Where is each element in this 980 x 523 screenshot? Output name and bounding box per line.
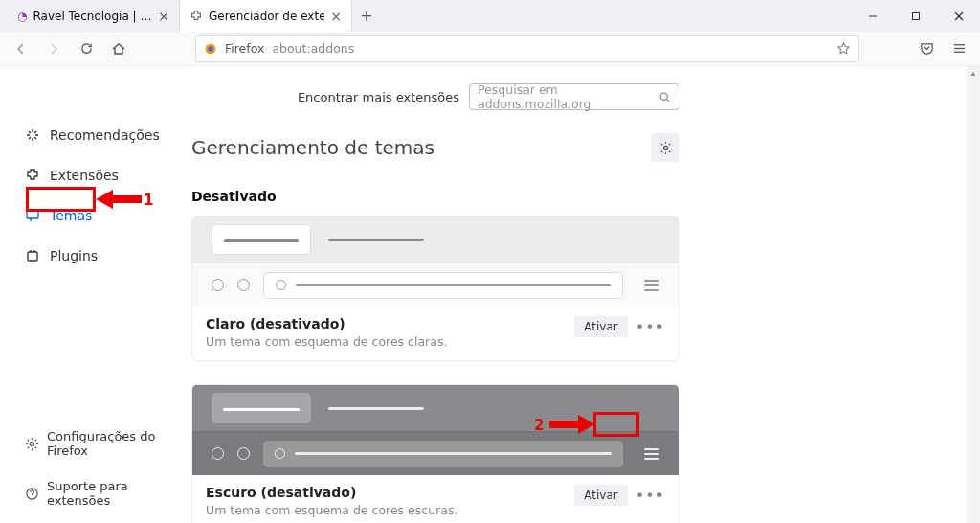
save-pocket-button[interactable] <box>913 35 940 62</box>
sidebar-item-label: Plugins <box>50 248 98 263</box>
theme-title: Escuro (desativado) <box>206 485 457 500</box>
section-disabled-heading: Desativado <box>191 189 679 204</box>
activate-button[interactable]: Ativar <box>574 485 627 506</box>
help-icon <box>25 486 39 501</box>
page-title: Gerenciamento de temas <box>191 136 434 159</box>
sidebar-item-label: Temas <box>50 208 92 223</box>
sidebar-item-recommendations[interactable]: Recomendações <box>19 124 182 147</box>
svg-point-11 <box>30 442 33 445</box>
close-icon[interactable]: × <box>330 9 342 24</box>
search-extensions-input[interactable]: Pesquisar em addons.mozilla.org <box>469 83 679 110</box>
activate-button[interactable]: Ativar <box>574 316 627 337</box>
forward-button[interactable] <box>40 35 67 62</box>
tab-title: Gerenciador de extensões <box>209 10 324 23</box>
sidebar-firefox-settings[interactable]: Configurações do Firefox <box>19 425 191 462</box>
url-text: about:addons <box>272 41 354 56</box>
plugin-icon <box>25 248 40 263</box>
scroll-up-icon[interactable]: ▴ <box>967 66 980 80</box>
close-window-button[interactable] <box>937 0 980 32</box>
tab-favicon: ◔ <box>17 10 27 23</box>
window-controls <box>851 0 980 32</box>
sidebar-item-plugins[interactable]: Plugins <box>19 244 182 267</box>
more-options-button[interactable]: ••• <box>635 318 665 336</box>
more-options-button[interactable]: ••• <box>635 487 665 505</box>
theme-preview <box>192 216 679 307</box>
bookmark-star-icon[interactable] <box>836 41 851 56</box>
back-button[interactable] <box>8 35 34 62</box>
addon-icon <box>189 10 203 23</box>
url-bar[interactable]: Firefox about:addons <box>195 35 859 62</box>
nav-toolbar: Firefox about:addons <box>0 32 980 66</box>
sidebar-item-label: Suporte para extensões <box>47 479 186 508</box>
search-icon <box>658 91 671 103</box>
app-menu-button[interactable] <box>946 35 972 62</box>
sidebar-item-label: Configurações do Firefox <box>47 429 186 458</box>
themes-settings-button[interactable] <box>651 133 679 162</box>
sidebar-extension-support[interactable]: Suporte para extensões <box>19 475 191 512</box>
vertical-scrollbar[interactable]: ▴ <box>967 66 980 523</box>
maximize-button[interactable] <box>894 0 937 32</box>
theme-title: Claro (desativado) <box>206 316 447 331</box>
theme-description: Um tema com esquema de cores claras. <box>206 334 447 349</box>
theme-preview <box>192 385 679 475</box>
svg-point-5 <box>208 46 212 51</box>
new-tab-button[interactable]: + <box>352 0 381 32</box>
sidebar-item-themes[interactable]: Temas <box>19 204 182 227</box>
sidebar-item-extensions[interactable]: Extensões <box>19 164 182 187</box>
window-titlebar: ◔ Ravel Tecnologia | Sua empresa × Geren… <box>0 0 980 32</box>
close-icon[interactable]: × <box>158 9 169 24</box>
find-more-label: Encontrar mais extensões <box>298 90 459 104</box>
svg-rect-9 <box>27 211 38 218</box>
reload-button[interactable] <box>73 35 100 62</box>
brush-icon <box>25 208 40 223</box>
gear-icon <box>25 436 39 451</box>
svg-rect-1 <box>912 12 919 19</box>
url-identity: Firefox <box>225 41 264 56</box>
svg-point-14 <box>663 146 667 149</box>
svg-point-13 <box>660 93 667 100</box>
theme-description: Um tema com esquema de cores escuras. <box>206 503 457 517</box>
svg-rect-10 <box>28 252 37 261</box>
main-content: Encontrar mais extensões Pesquisar em ad… <box>191 66 699 523</box>
puzzle-icon <box>25 168 40 183</box>
firefox-icon <box>204 42 217 56</box>
sidebar-item-label: Extensões <box>50 168 119 183</box>
tab-ravel[interactable]: ◔ Ravel Tecnologia | Sua empresa × <box>8 0 180 32</box>
home-button[interactable] <box>105 35 132 62</box>
search-placeholder: Pesquisar em addons.mozilla.org <box>478 82 658 111</box>
theme-card-dark: Escuro (desativado) Um tema com esquema … <box>191 384 679 523</box>
sparkle-icon <box>25 127 40 143</box>
tab-title: Ravel Tecnologia | Sua empresa <box>33 10 152 23</box>
tab-extension-manager[interactable]: Gerenciador de extensões × <box>180 0 352 32</box>
minimize-button[interactable] <box>851 0 894 32</box>
sidebar-item-label: Recomendações <box>50 127 160 143</box>
categories-sidebar: Recomendações Extensões Temas Plugins <box>0 66 191 523</box>
theme-card-light: Claro (desativado) Um tema com esquema d… <box>191 216 679 361</box>
